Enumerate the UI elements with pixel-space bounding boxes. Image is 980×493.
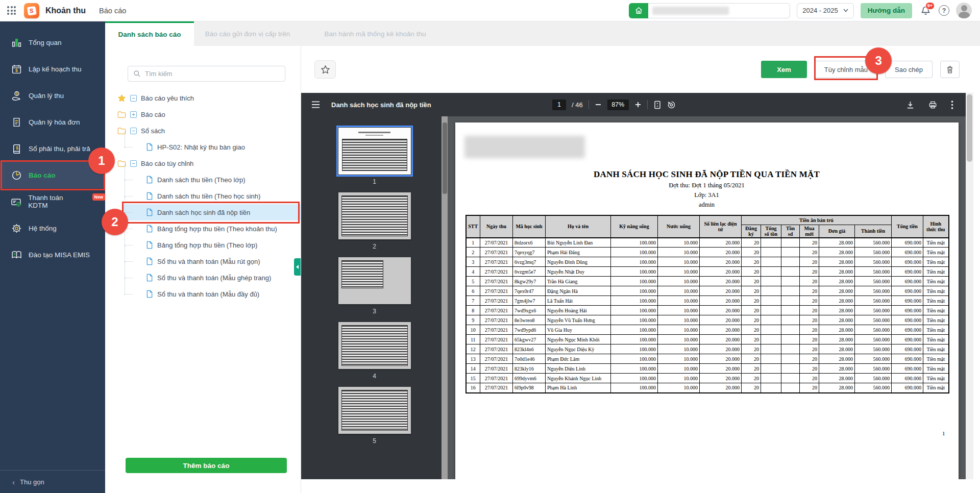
sidebar-item-so-phai-thu-phai-tra[interactable]: $Sổ phải thu, phải trả bbox=[0, 135, 105, 162]
sidebar-item-tong-quan[interactable]: Tổng quan bbox=[0, 29, 105, 56]
thumbnail-page-image[interactable] bbox=[338, 192, 411, 239]
rotate-icon[interactable] bbox=[667, 101, 676, 109]
thumbnail-page-image[interactable] bbox=[338, 128, 411, 175]
table-cell: Vũ Gia Huy bbox=[546, 325, 611, 335]
page-thumbnail[interactable]: 4 bbox=[337, 322, 412, 380]
add-report-button[interactable]: Thêm báo cáo bbox=[126, 458, 287, 473]
tree-item[interactable]: −Báo cáo tùy chỉnh bbox=[105, 155, 301, 171]
expand-node-icon[interactable]: + bbox=[130, 111, 137, 118]
tab-3[interactable]: Ban hành mã thống kê khoản thu bbox=[301, 21, 449, 46]
gear-icon bbox=[11, 223, 22, 234]
fit-page-icon[interactable] bbox=[653, 101, 662, 109]
tree-item[interactable]: Bảng tổng hợp thu tiền (Theo khoản thu) bbox=[105, 220, 301, 237]
sidebar-item-he-thong[interactable]: Hệ thống bbox=[0, 215, 105, 241]
org-selector[interactable] bbox=[629, 3, 790, 18]
zoom-in-icon[interactable] bbox=[634, 101, 642, 108]
sidebar-item-quan-ly-hoa-on[interactable]: Quản lý hóa đơn bbox=[0, 109, 105, 135]
table-cell: 20 bbox=[742, 286, 761, 296]
search-input[interactable] bbox=[145, 70, 280, 78]
table-cell: Nguyễn Đình Dũng bbox=[546, 257, 611, 267]
delete-button[interactable] bbox=[940, 61, 960, 78]
page-thumbnail[interactable]: 5 bbox=[337, 387, 412, 445]
table-cell: 20 bbox=[800, 296, 819, 306]
guide-button[interactable]: Hướng dẫn bbox=[861, 3, 912, 18]
table-row: 627/07/20217qex0r47Đặng Ngân Hà100.00010… bbox=[466, 286, 949, 296]
tree-item-label: Danh sách thu tiền (Theo học sinh) bbox=[157, 192, 260, 200]
table-cell: 28.000 bbox=[819, 374, 855, 383]
tab-1[interactable]: Danh sách báo cáo bbox=[105, 21, 194, 46]
favorite-button[interactable] bbox=[314, 60, 336, 79]
viewer-scrollbar[interactable] bbox=[966, 93, 973, 479]
thumbnail-page-image[interactable] bbox=[338, 322, 411, 369]
more-options-icon[interactable] bbox=[951, 101, 953, 109]
tree-search[interactable] bbox=[128, 66, 285, 82]
home-icon[interactable] bbox=[629, 3, 648, 18]
tree-item[interactable]: Danh sách thu tiền (Theo học sinh) bbox=[105, 188, 301, 204]
tree-item-label: Sổ thu và thanh toán (Mẫu ghép trang) bbox=[157, 274, 271, 282]
tree-item[interactable]: HP-S02: Nhật ký thu bàn giao bbox=[105, 139, 301, 155]
tree-item[interactable]: +Báo cáo bbox=[105, 106, 301, 122]
viewer-menu-icon[interactable] bbox=[311, 101, 320, 108]
collapse-node-icon[interactable]: − bbox=[130, 160, 137, 167]
thumbnail-scrollbar[interactable] bbox=[442, 116, 448, 479]
table-cell: 6vzgm5e7 bbox=[513, 267, 546, 277]
sidebar: Tổng quan$Lập kế hoạch thu$Quản lý thuQu… bbox=[0, 21, 105, 493]
customize-template-button[interactable]: Tùy chỉnh mẫu 3 bbox=[815, 61, 877, 78]
table-cell: 27/07/2021 bbox=[480, 267, 513, 277]
page-number-input[interactable]: 1 bbox=[552, 100, 566, 110]
sidebar-item-thanh-toan-kdtm[interactable]: Thanh toán KDTMNew bbox=[0, 188, 105, 215]
copy-button[interactable]: Sao chép bbox=[885, 61, 933, 78]
view-button[interactable]: Xem bbox=[761, 61, 806, 78]
tree-item[interactable]: −Báo cáo yêu thích bbox=[105, 90, 301, 106]
thumbnail-page-image[interactable] bbox=[338, 257, 411, 304]
preview-panel: Xem Tùy chỉnh mẫu 3 Sao chép bbox=[301, 46, 980, 493]
tree-item[interactable]: Sổ thu và thanh toán (Mẫu rút gọn) bbox=[105, 253, 301, 269]
table-cell: 20 bbox=[800, 354, 819, 364]
tree-item[interactable]: Sổ thu và thanh toán (Mẫu đầy đủ) bbox=[105, 286, 301, 302]
table-cell: 560.000 bbox=[855, 354, 892, 364]
collapse-node-icon[interactable]: − bbox=[130, 128, 137, 134]
tree-item[interactable]: Danh sách thu tiền (Theo lớp) bbox=[105, 171, 301, 188]
page-thumbnail[interactable]: 2 bbox=[337, 192, 412, 250]
tree-item[interactable]: Danh sách học sinh đã nộp tiền2 bbox=[124, 204, 301, 220]
tree-item-label: Báo cáo bbox=[141, 111, 165, 118]
table-cell: 10.000 bbox=[658, 364, 700, 374]
zoom-out-icon[interactable] bbox=[595, 101, 602, 108]
sidebar-item-bao-cao[interactable]: Báo cáo1 bbox=[0, 162, 105, 188]
table-cell: Trần Hà Giang bbox=[546, 277, 611, 286]
page-thumbnail[interactable]: 1 bbox=[337, 128, 412, 185]
avatar[interactable] bbox=[956, 3, 972, 18]
table-cell: Tiền mặt bbox=[923, 267, 949, 277]
sidebar-item-lap-ke-hoach-thu[interactable]: $Lập kế hoạch thu bbox=[0, 56, 105, 82]
table-cell: 100.000 bbox=[611, 335, 658, 344]
sidebar-collapse-button[interactable]: ‹ Thu gọn bbox=[0, 470, 105, 493]
tree-item[interactable]: Bảng tổng hợp thu tiền (Theo lớp) bbox=[105, 237, 301, 253]
school-year-select[interactable]: 2024 - 2025 bbox=[797, 3, 853, 18]
sidebar-item-label: Đào tạo MISA EMIS bbox=[29, 251, 90, 259]
download-icon[interactable] bbox=[906, 101, 915, 109]
tab-2[interactable]: Báo cáo gửi đơn vị cấp trên bbox=[194, 21, 301, 46]
breadcrumb-bao-cao[interactable]: Báo cáo bbox=[99, 7, 126, 15]
table-cell: 20 bbox=[742, 364, 761, 374]
tree-item-label: Báo cáo yêu thích bbox=[141, 94, 194, 102]
sidebar-item--ao-tao-misa-emis[interactable]: Đào tạo MISA EMIS bbox=[0, 241, 105, 268]
sidebar-item-quan-ly-thu[interactable]: $Quản lý thu bbox=[0, 82, 105, 109]
notifications-bell-icon[interactable]: 9+ bbox=[919, 4, 932, 17]
table-row: 927/07/20218e3wreo8Nguyễn Vũ Tuấn Hưng10… bbox=[466, 315, 949, 325]
page-thumbnail[interactable]: 3 bbox=[337, 257, 412, 315]
print-icon[interactable] bbox=[928, 101, 937, 109]
table-cell: 10.000 bbox=[658, 296, 700, 306]
collapse-node-icon[interactable]: − bbox=[130, 95, 137, 102]
tree-item[interactable]: −Sổ sách bbox=[105, 122, 301, 139]
org-search-input[interactable] bbox=[648, 3, 790, 18]
table-cell: 690.000 bbox=[892, 296, 923, 306]
apps-grid-icon[interactable] bbox=[7, 6, 16, 15]
tree-item[interactable]: Sổ thu và thanh toán (Mẫu ghép trang) bbox=[105, 269, 301, 286]
file-icon bbox=[146, 176, 153, 184]
thumbnail-page-image[interactable] bbox=[338, 387, 411, 434]
table-cell: 5 bbox=[466, 277, 480, 286]
panel-collapse-handle[interactable] bbox=[294, 258, 301, 276]
table-cell: 20 bbox=[800, 364, 819, 374]
zoom-level[interactable]: 87% bbox=[607, 100, 629, 110]
help-icon[interactable]: ? bbox=[939, 5, 949, 16]
